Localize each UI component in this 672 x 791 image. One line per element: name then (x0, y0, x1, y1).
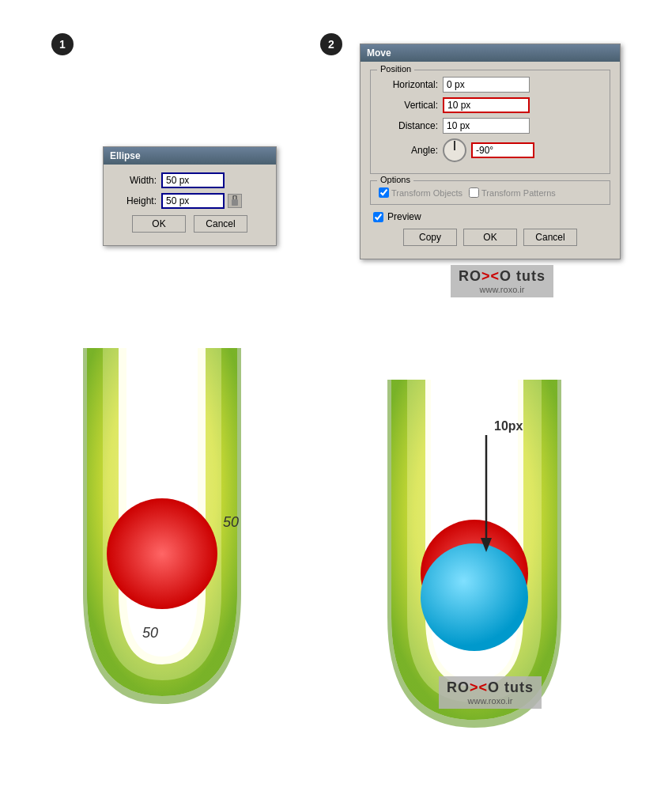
ten-px-label: 10px (494, 419, 523, 433)
preview-row: Preview (370, 211, 610, 222)
move-dialog-title: Move (367, 47, 391, 59)
ellipse-dialog-title: Ellipse (110, 150, 141, 161)
height-row: Height: (113, 193, 266, 209)
transform-objects-item: Transform Objects (379, 187, 462, 198)
move-dialog: Move Position Horizontal: Vertical: Dist… (360, 44, 621, 259)
move-dialog-titlebar: Move (361, 44, 620, 62)
vertical-row: Vertical: (379, 97, 602, 113)
svg-point-2 (107, 498, 217, 609)
watermark-2-main: RO><O tuts (447, 679, 534, 696)
width-row: Width: (113, 172, 266, 188)
height-label: Height: (113, 195, 157, 206)
options-section-title: Options (377, 175, 413, 184)
ellipse-dialog-titlebar: Ellipse (104, 147, 276, 165)
ellipse-cancel-button[interactable]: Cancel (194, 215, 247, 233)
left-illustration: 50 50 (40, 340, 285, 736)
watermark-2-sub: www.roxo.ir (468, 696, 513, 706)
transform-objects-label: Transform Objects (391, 188, 462, 198)
angle-input[interactable] (471, 142, 534, 158)
horizontal-label: Horizontal: (379, 79, 438, 90)
vertical-input[interactable] (443, 97, 530, 113)
dim-50-right: 50 (223, 514, 239, 531)
options-section: Options Transform Objects Transform Patt… (370, 180, 610, 205)
move-ok-button[interactable]: OK (463, 229, 517, 246)
step-1-badge: 1 (51, 33, 74, 55)
position-section: Position Horizontal: Vertical: Distance:… (370, 70, 610, 174)
ellipse-ok-button[interactable]: OK (132, 215, 186, 233)
width-input[interactable] (161, 172, 225, 188)
step-2-badge: 2 (320, 33, 342, 55)
svg-rect-1 (232, 199, 238, 206)
watermark-1-sub: www.roxo.ir (480, 285, 525, 294)
horizontal-row: Horizontal: (379, 77, 602, 93)
angle-label: Angle: (379, 145, 438, 156)
distance-row: Distance: (379, 118, 602, 134)
move-dialog-buttons: Copy OK Cancel (370, 229, 610, 251)
dim-50-bottom: 50 (142, 625, 158, 642)
width-label: Width: (113, 175, 157, 186)
position-section-title: Position (377, 64, 414, 74)
preview-label: Preview (387, 211, 421, 222)
ellipse-dialog-buttons: OK Cancel (113, 215, 266, 237)
preview-checkbox[interactable] (373, 212, 383, 222)
angle-row: Angle: (379, 138, 602, 162)
ellipse-dialog: Ellipse Width: Height: OK Cancel (103, 146, 277, 246)
vertical-label: Vertical: (379, 100, 438, 111)
copy-button[interactable]: Copy (403, 229, 457, 246)
transform-patterns-checkbox[interactable] (469, 187, 479, 198)
svg-point-4 (421, 543, 528, 651)
transform-patterns-label: Transform Patterns (481, 188, 556, 198)
left-illustration-svg (40, 340, 285, 736)
link-icon[interactable] (228, 194, 242, 208)
horizontal-input[interactable] (443, 77, 530, 93)
height-input[interactable] (161, 193, 225, 209)
options-checkboxes: Transform Objects Transform Patterns (379, 187, 602, 198)
transform-objects-checkbox[interactable] (379, 187, 389, 198)
move-cancel-button[interactable]: Cancel (523, 229, 577, 246)
distance-label: Distance: (379, 120, 438, 131)
watermark-1: RO><O tuts www.roxo.ir (451, 265, 553, 297)
distance-input[interactable] (443, 118, 530, 134)
transform-patterns-item: Transform Patterns (469, 187, 556, 198)
watermark-1-main: RO><O tuts (459, 268, 546, 285)
watermark-2: RO><O tuts www.roxo.ir (439, 676, 542, 709)
angle-dial[interactable] (443, 138, 466, 162)
